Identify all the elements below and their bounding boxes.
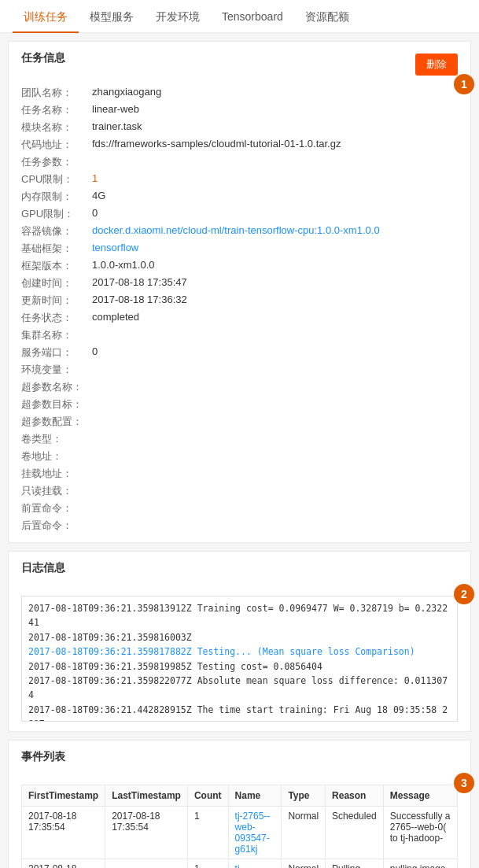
task-field-label: 内存限制： <box>21 190 92 204</box>
task-field-value <box>92 155 458 169</box>
table-cell: Scheduled <box>326 807 384 859</box>
table-cell: Normal <box>282 859 326 869</box>
task-field-value: 1 <box>92 172 458 187</box>
nav-item-dev[interactable]: 开发环境 <box>145 0 211 33</box>
task-field-value <box>92 484 458 498</box>
task-field-label: 挂载地址： <box>21 467 92 481</box>
task-field-value: fds://frameworks-samples/cloudml-tutoria… <box>92 138 458 152</box>
table-cell: tj- <box>228 859 282 869</box>
task-field-value <box>92 519 458 533</box>
event-list-title: 事件列表 <box>21 750 65 769</box>
task-field-value <box>92 380 458 394</box>
task-field-value <box>92 415 458 429</box>
table-cell: 1 <box>187 859 228 869</box>
event-list-section: 事件列表 FirstTimestampLastTimestampCountNam… <box>8 740 471 868</box>
task-field-label: 任务状态： <box>21 311 92 325</box>
task-field-value: 2017-08-18 17:36:32 <box>92 294 458 308</box>
task-field-value <box>92 397 458 412</box>
task-field-value <box>92 363 458 377</box>
table-cell: Normal <box>282 807 326 859</box>
event-col-header: FirstTimestamp <box>22 785 105 807</box>
task-field-label: 卷地址： <box>21 449 92 464</box>
task-field-label: 环境变量： <box>21 363 92 377</box>
task-field-value <box>92 328 458 342</box>
table-cell <box>105 859 188 869</box>
task-field-label: 超参数配置： <box>21 415 92 429</box>
badge-1-wrapper: 1 <box>454 74 474 94</box>
task-field-label: 集群名称： <box>21 328 92 342</box>
event-col-header: LastTimestamp <box>105 785 188 807</box>
badge-2: 2 <box>454 584 474 604</box>
badge-3-wrapper: 3 <box>454 773 474 793</box>
task-field-label: GPU限制： <box>21 207 92 221</box>
task-field-label: 超参数目标： <box>21 397 92 412</box>
log-line: 2017-08-18T09:36:21.359819985Z Testing c… <box>28 659 451 674</box>
table-cell: 2017-08-18 17:35:54 <box>105 807 188 859</box>
log-info-section: 日志信息 2017-08-18T09:36:21.359813912Z Trai… <box>8 551 471 732</box>
task-info-section: 任务信息 删除 团队名称：zhangxiaogang任务名称：linear-we… <box>8 41 471 543</box>
task-field-value: completed <box>92 311 458 325</box>
table-row: 2017-08-18 17:35:542017-08-18 17:35:541t… <box>22 807 458 859</box>
log-line: 2017-08-18T09:36:21.359817882Z Testing..… <box>28 645 451 659</box>
log-line: 2017-08-18T09:36:21.442828915Z The time … <box>28 703 451 722</box>
event-col-header: Count <box>187 785 228 807</box>
log-area[interactable]: 2017-08-18T09:36:21.359813912Z Training … <box>21 596 458 722</box>
task-field-value: docker.d.xiaomi.net/cloud-ml/train-tenso… <box>92 224 458 238</box>
task-field-label: 容器镜像： <box>21 224 92 238</box>
task-field-value: 0 <box>92 207 458 221</box>
top-navigation: 训练任务 模型服务 开发环境 Tensorboard 资源配额 <box>0 0 479 33</box>
task-field-label: 服务端口： <box>21 345 92 360</box>
event-table: FirstTimestampLastTimestampCountNameType… <box>21 785 458 868</box>
task-field-label: 后置命令： <box>21 519 92 533</box>
task-info-inner: 任务信息 删除 团队名称：zhangxiaogang任务名称：linear-we… <box>8 41 471 543</box>
event-table-wrapper[interactable]: FirstTimestampLastTimestampCountNameType… <box>21 785 458 868</box>
nav-item-model[interactable]: 模型服务 <box>79 0 145 33</box>
log-info-inner: 日志信息 2017-08-18T09:36:21.359813912Z Trai… <box>8 551 471 732</box>
task-field-label: 团队名称： <box>21 86 92 100</box>
task-field-label: 任务参数： <box>21 155 92 169</box>
table-cell: pulling image <box>383 859 457 869</box>
table-cell: 1 <box>187 807 228 859</box>
task-field-value: 1.0.0-xm1.0.0 <box>92 259 458 273</box>
log-line: 2017-08-18T09:36:21.359822077Z Absolute … <box>28 674 451 703</box>
task-field-value: trainer.task <box>92 120 458 135</box>
log-line: 2017-08-18T09:36:21.359816003Z <box>28 630 451 645</box>
task-field-value: 0 <box>92 345 458 360</box>
task-field-value <box>92 467 458 481</box>
table-cell: tj-2765--web-093547-g61kj <box>228 807 282 859</box>
log-line: 2017-08-18T09:36:21.359813912Z Training … <box>28 601 451 630</box>
task-field-label: 更新时间： <box>21 294 92 308</box>
task-field-label: 卷类型： <box>21 432 92 446</box>
nav-item-tensorboard[interactable]: Tensorboard <box>211 0 294 33</box>
table-cell: Successfully a 2765--web-0( to tj-hadoop… <box>383 807 457 859</box>
table-cell: Pulling <box>326 859 384 869</box>
event-col-header: Message <box>383 785 457 807</box>
table-row: 2017-08-181tj-NormalPullingpulling image <box>22 859 458 869</box>
task-field-label: 超参数名称： <box>21 380 92 394</box>
event-col-header: Type <box>282 785 326 807</box>
event-col-header: Name <box>228 785 282 807</box>
task-field-value: 2017-08-18 17:35:47 <box>92 276 458 290</box>
log-info-header: 日志信息 <box>21 561 458 588</box>
task-field-label: 框架版本： <box>21 259 92 273</box>
task-field-value <box>92 501 458 515</box>
table-cell: 2017-08-18 <box>22 859 105 869</box>
task-field-label: 基础框架： <box>21 242 92 256</box>
task-field-label: 模块名称： <box>21 120 92 135</box>
badge-3: 3 <box>454 773 474 793</box>
task-field-value: tensorflow <box>92 242 458 256</box>
task-field-label: CPU限制： <box>21 172 92 187</box>
nav-item-training[interactable]: 训练任务 <box>13 0 79 33</box>
task-field-label: 前置命令： <box>21 501 92 515</box>
task-field-label: 只读挂载： <box>21 484 92 498</box>
task-field-value: linear-web <box>92 103 458 117</box>
badge-1: 1 <box>454 74 474 94</box>
nav-item-resource[interactable]: 资源配额 <box>294 0 360 33</box>
task-info-header: 任务信息 删除 <box>21 51 458 78</box>
task-field-value <box>92 432 458 446</box>
task-field-label: 任务名称： <box>21 103 92 117</box>
task-info-title: 任务信息 <box>21 51 65 70</box>
delete-button[interactable]: 删除 <box>415 54 458 76</box>
task-field-value <box>92 449 458 464</box>
task-field-value: 4G <box>92 190 458 204</box>
